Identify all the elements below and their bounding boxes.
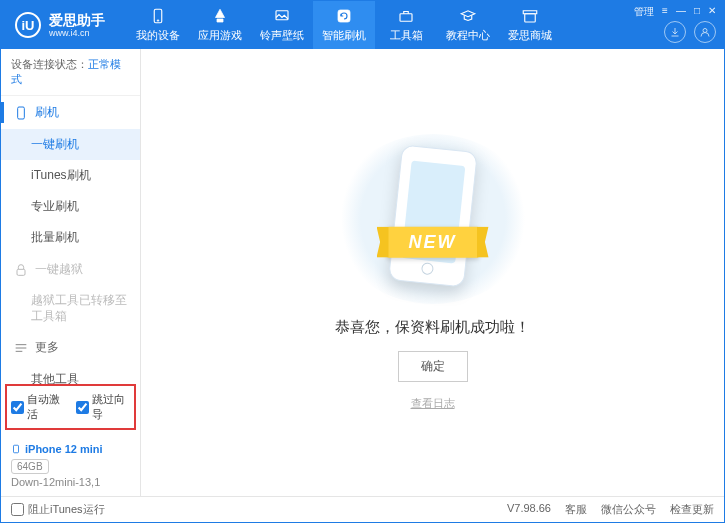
view-log-link[interactable]: 查看日志 [411, 396, 455, 411]
svg-rect-8 [17, 269, 25, 275]
svg-point-6 [703, 29, 707, 33]
svg-rect-5 [525, 14, 536, 22]
group-label: 刷机 [35, 104, 59, 121]
logo-area: iU 爱思助手 www.i4.cn [1, 1, 119, 49]
app-window: iU 爱思助手 www.i4.cn 我的设备 应用游戏 铃声壁纸 智能刷机 [0, 0, 725, 523]
conn-label: 设备连接状态： [11, 58, 88, 70]
wallpaper-icon [273, 7, 291, 25]
update-link[interactable]: 检查更新 [670, 502, 714, 517]
nav-label: 我的设备 [136, 28, 180, 43]
group-more[interactable]: 更多 [1, 331, 140, 364]
nav-flash[interactable]: 智能刷机 [313, 1, 375, 49]
phone-icon [13, 105, 29, 121]
connection-status: 设备连接状态：正常模式 [1, 49, 140, 96]
toolbox-icon [397, 7, 415, 25]
nav-label: 工具箱 [390, 28, 423, 43]
list-icon [13, 340, 29, 356]
ok-button[interactable]: 确定 [398, 351, 468, 382]
app-url: www.i4.cn [49, 28, 105, 38]
success-message: 恭喜您，保资料刷机成功啦！ [335, 318, 530, 337]
download-button[interactable] [664, 21, 686, 43]
apps-icon [211, 7, 229, 25]
phone-icon [149, 7, 167, 25]
cb-label: 跳过向导 [92, 392, 131, 422]
cb-auto-activate-input[interactable] [11, 401, 24, 414]
menu-button[interactable]: ≡ [662, 5, 668, 19]
nav-apps[interactable]: 应用游戏 [189, 1, 251, 49]
cb-label: 自动激活 [27, 392, 66, 422]
success-illustration: NEW [333, 134, 533, 304]
maximize-button[interactable]: □ [694, 5, 700, 19]
titlebar-right: 管理 ≡ — □ ✕ [634, 1, 716, 49]
sidebar-item-batch[interactable]: 批量刷机 [1, 222, 140, 253]
nav-label: 智能刷机 [322, 28, 366, 43]
graduation-icon [459, 7, 477, 25]
wechat-link[interactable]: 微信公众号 [601, 502, 656, 517]
group-label: 一键越狱 [35, 261, 83, 278]
nav-my-device[interactable]: 我的设备 [127, 1, 189, 49]
cb-skip-guide[interactable]: 跳过向导 [76, 392, 131, 422]
lock-icon [13, 262, 29, 278]
svg-rect-7 [18, 107, 25, 119]
checkbox-row: 自动激活 跳过向导 [5, 384, 136, 430]
jailbreak-note: 越狱工具已转移至工具箱 [1, 286, 140, 331]
refresh-icon [335, 7, 353, 25]
version-label: V7.98.66 [507, 502, 551, 517]
nav-toolbox[interactable]: 工具箱 [375, 1, 437, 49]
block-itunes-input[interactable] [11, 503, 24, 516]
nav-tutorials[interactable]: 教程中心 [437, 1, 499, 49]
nav-label: 应用游戏 [198, 28, 242, 43]
svg-rect-9 [14, 445, 19, 453]
group-jailbreak[interactable]: 一键越狱 [1, 253, 140, 286]
body: 设备连接状态：正常模式 刷机 一键刷机 iTunes刷机 专业刷机 批量刷机 一… [1, 49, 724, 496]
device-name-text: iPhone 12 mini [25, 443, 103, 455]
window-controls: 管理 ≡ — □ ✕ [634, 5, 716, 19]
svg-point-1 [157, 20, 159, 22]
sidebar-item-oneclick[interactable]: 一键刷机 [1, 129, 140, 160]
store-icon [521, 7, 539, 25]
sidebar-item-itunes[interactable]: iTunes刷机 [1, 160, 140, 191]
phone-icon [11, 442, 21, 456]
storage-badge: 64GB [11, 459, 49, 474]
svg-rect-3 [338, 10, 350, 22]
block-itunes-label: 阻止iTunes运行 [28, 502, 105, 517]
main-content: NEW 恭喜您，保资料刷机成功啦！ 确定 查看日志 [141, 49, 724, 496]
nav-ringtones[interactable]: 铃声壁纸 [251, 1, 313, 49]
nav-label: 爱思商城 [508, 28, 552, 43]
titlebar: iU 爱思助手 www.i4.cn 我的设备 应用游戏 铃声壁纸 智能刷机 [1, 1, 724, 49]
download-icon [669, 26, 681, 38]
user-icon [699, 26, 711, 38]
device-model: Down-12mini-13,1 [11, 476, 130, 488]
group-flash[interactable]: 刷机 [1, 96, 140, 129]
svg-rect-4 [400, 14, 412, 22]
device-name: iPhone 12 mini [11, 442, 130, 456]
cb-skip-guide-input[interactable] [76, 401, 89, 414]
group-label: 更多 [35, 339, 59, 356]
nav-label: 铃声壁纸 [260, 28, 304, 43]
sidebar-item-pro[interactable]: 专业刷机 [1, 191, 140, 222]
device-panel[interactable]: iPhone 12 mini 64GB Down-12mini-13,1 [1, 436, 140, 496]
app-name: 爱思助手 [49, 12, 105, 28]
support-link[interactable]: 客服 [565, 502, 587, 517]
cb-auto-activate[interactable]: 自动激活 [11, 392, 66, 422]
user-button[interactable] [694, 21, 716, 43]
logo-icon: iU [15, 12, 41, 38]
status-bar: 阻止iTunes运行 V7.98.66 客服 微信公众号 检查更新 [1, 496, 724, 522]
lang-button[interactable]: 管理 [634, 5, 654, 19]
block-itunes[interactable]: 阻止iTunes运行 [11, 502, 105, 517]
minimize-button[interactable]: — [676, 5, 686, 19]
nav-label: 教程中心 [446, 28, 490, 43]
sidebar-item-other[interactable]: 其他工具 [1, 364, 140, 384]
sidebar: 设备连接状态：正常模式 刷机 一键刷机 iTunes刷机 专业刷机 批量刷机 一… [1, 49, 141, 496]
new-ribbon: NEW [387, 226, 479, 257]
close-button[interactable]: ✕ [708, 5, 716, 19]
nav-store[interactable]: 爱思商城 [499, 1, 561, 49]
